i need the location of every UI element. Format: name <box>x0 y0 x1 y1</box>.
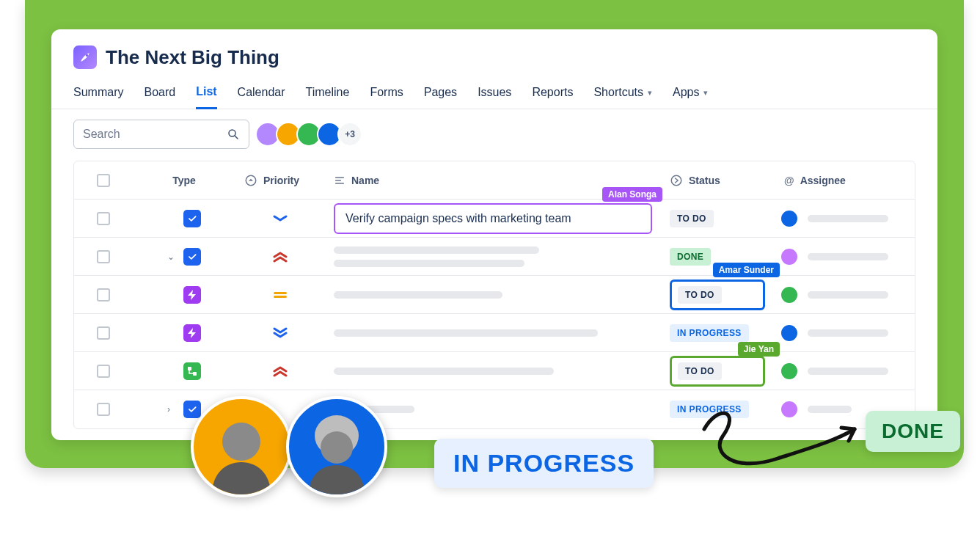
table-row: Alan Songa TO DO <box>74 200 915 238</box>
search-input[interactable] <box>73 120 249 149</box>
issue-table: Type Priority Name Status @ Assignee <box>73 161 915 429</box>
name-placeholder[interactable] <box>334 329 598 337</box>
cursor-tag-jie: Jie Yan <box>738 342 780 357</box>
header: The Next Big Thing <box>51 29 937 75</box>
presenter-avatar <box>191 396 292 497</box>
svg-point-10 <box>321 431 353 464</box>
list-icon <box>334 175 345 186</box>
placeholder-line <box>808 329 888 337</box>
assignee-avatar[interactable] <box>780 247 799 266</box>
status-select[interactable]: TO DO <box>670 356 765 387</box>
type-epic-icon[interactable] <box>183 324 201 342</box>
search-icon <box>227 128 240 141</box>
name-placeholder[interactable] <box>334 246 652 267</box>
table-row: TO DO <box>74 352 915 390</box>
row-checkbox[interactable] <box>97 403 110 416</box>
status-badge: TO DO <box>678 286 722 304</box>
tab-forms[interactable]: Forms <box>370 79 403 109</box>
row-checkbox[interactable] <box>97 288 110 302</box>
avatar-more[interactable]: +3 <box>337 122 362 147</box>
table-row: ⌄ DONE Amar Sunder <box>74 238 915 276</box>
collaborator-avatars: +3 <box>260 122 362 147</box>
placeholder-line <box>808 368 888 375</box>
table-header: Type Priority Name Status @ Assignee <box>74 161 915 200</box>
col-status[interactable]: Status <box>661 174 775 187</box>
assignee-avatar[interactable] <box>780 285 799 304</box>
col-type[interactable]: Type <box>133 175 235 186</box>
assignee-avatar[interactable] <box>780 324 799 343</box>
row-checkbox[interactable] <box>97 326 110 340</box>
project-card: The Next Big Thing Summary Board List Ca… <box>51 29 937 440</box>
status-badge: TO DO <box>678 362 722 380</box>
col-select <box>74 174 133 187</box>
svg-rect-5 <box>274 296 287 298</box>
tab-apps[interactable]: Apps▾ <box>673 79 708 109</box>
chevron-down-icon: ▾ <box>648 88 652 98</box>
svg-point-1 <box>229 130 235 136</box>
view-tabs: Summary Board List Calendar Timeline For… <box>51 75 937 109</box>
arrow-circle-icon <box>670 174 683 187</box>
search-field[interactable] <box>83 128 215 141</box>
type-task-icon[interactable] <box>183 248 201 266</box>
tab-shortcuts[interactable]: Shortcuts▾ <box>593 79 652 109</box>
overlay-in-progress: IN PROGRESS <box>434 439 654 488</box>
table-row: IN PROGRESS Jie Yan <box>74 314 915 352</box>
priority-highest[interactable] <box>235 251 325 263</box>
row-checkbox[interactable] <box>97 212 110 225</box>
tab-summary[interactable]: Summary <box>73 79 123 109</box>
expand-icon[interactable]: ⌄ <box>167 252 178 262</box>
tab-issues[interactable]: Issues <box>478 79 511 109</box>
type-subtask-icon[interactable] <box>183 362 201 380</box>
tab-reports[interactable]: Reports <box>532 79 573 109</box>
placeholder-line <box>808 291 888 299</box>
placeholder-line <box>808 215 888 222</box>
name-input[interactable] <box>334 203 652 234</box>
placeholder-line <box>808 253 888 260</box>
col-priority[interactable]: Priority <box>235 174 325 187</box>
name-placeholder[interactable] <box>334 291 502 299</box>
presenter-avatar <box>286 396 387 497</box>
tab-timeline[interactable]: Timeline <box>306 79 350 109</box>
table-row: TO DO <box>74 276 915 314</box>
row-checkbox[interactable] <box>97 250 110 263</box>
svg-point-0 <box>86 54 88 56</box>
status-badge[interactable]: IN PROGRESS <box>670 324 749 342</box>
svg-point-8 <box>222 423 260 461</box>
presenter-avatars <box>197 396 387 497</box>
type-task-icon[interactable] <box>183 210 201 227</box>
status-badge[interactable]: TO DO <box>670 210 714 227</box>
tab-board[interactable]: Board <box>144 79 175 109</box>
overlay-done: DONE <box>866 411 960 452</box>
arrow-swoosh-icon <box>682 407 873 488</box>
tab-pages[interactable]: Pages <box>424 79 457 109</box>
assignee-avatar[interactable] <box>780 362 799 381</box>
svg-rect-7 <box>193 372 197 376</box>
priority-highest[interactable] <box>235 365 325 377</box>
priority-lowest[interactable] <box>235 327 325 339</box>
svg-rect-6 <box>188 367 191 370</box>
status-select[interactable]: TO DO <box>670 280 765 310</box>
rocket-icon <box>73 45 97 69</box>
row-checkbox[interactable] <box>97 365 110 378</box>
name-field[interactable] <box>345 212 640 225</box>
tab-list[interactable]: List <box>196 79 216 109</box>
priority-icon <box>244 174 257 187</box>
tab-calendar[interactable]: Calendar <box>238 79 285 109</box>
col-name[interactable]: Name <box>325 175 661 186</box>
svg-point-3 <box>671 175 681 186</box>
chevron-down-icon: ▾ <box>703 88 708 98</box>
name-placeholder[interactable] <box>334 368 554 375</box>
type-epic-icon[interactable] <box>183 286 201 304</box>
mention-icon: @ <box>784 175 794 186</box>
cursor-tag-alan: Alan Songa <box>602 187 662 202</box>
expand-icon[interactable]: › <box>167 404 178 414</box>
status-badge[interactable]: DONE <box>670 248 711 266</box>
toolbar: +3 <box>51 109 937 156</box>
cursor-tag-amar: Amar Sunder <box>713 263 780 277</box>
col-assignee[interactable]: @ Assignee <box>775 175 915 186</box>
priority-medium[interactable] <box>235 291 325 299</box>
select-all-checkbox[interactable] <box>97 174 110 187</box>
project-title: The Next Big Thing <box>106 46 279 69</box>
assignee-avatar[interactable] <box>780 209 799 228</box>
priority-low[interactable] <box>235 214 325 223</box>
